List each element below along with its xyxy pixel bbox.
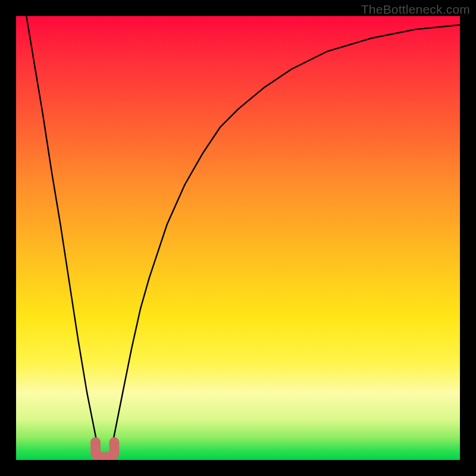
curve-layer bbox=[16, 16, 460, 460]
bottleneck-curve bbox=[16, 16, 460, 460]
chart-frame: TheBottleneck.com bbox=[0, 0, 476, 476]
plot-area bbox=[16, 16, 460, 460]
minimum-marker bbox=[96, 442, 114, 457]
watermark-text: TheBottleneck.com bbox=[361, 2, 470, 17]
